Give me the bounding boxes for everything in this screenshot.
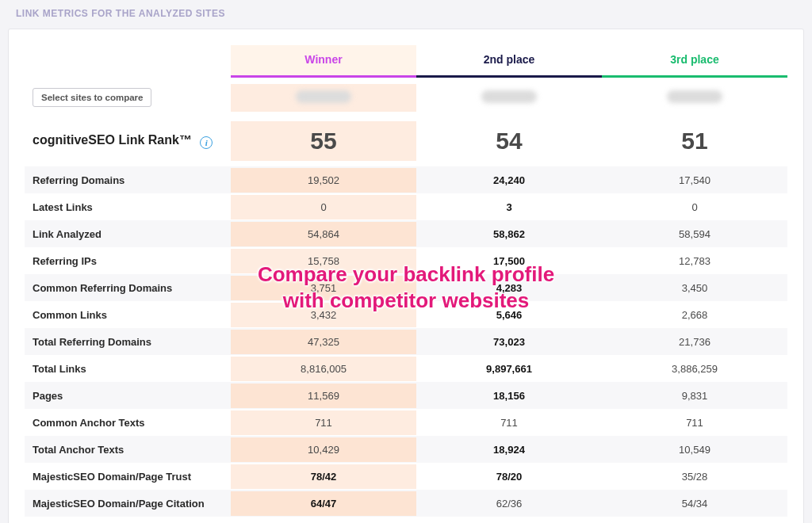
link-rank-row: cognitiveSEO Link Rank™ i 55 54 51	[25, 116, 787, 166]
metric-value-winner: 10,429	[231, 437, 416, 462]
metric-value-second: 711	[416, 410, 602, 435]
site-cell-third	[602, 84, 787, 112]
metrics-card: Winner 2nd place 3rd place Select sites …	[8, 29, 804, 523]
metric-value-winner: 3,751	[231, 276, 416, 300]
metric-value-winner: 15,758	[231, 249, 416, 273]
metric-name: Pages	[25, 384, 231, 408]
table-row: MajesticSEO Domain/Page Citation64/4762/…	[25, 490, 787, 517]
section-title: LINK METRICS FOR THE ANALYZED SITES	[8, 0, 804, 29]
table-row: Total Anchor Texts10,42918,92410,549	[25, 436, 787, 463]
metric-value-winner: 8,816,005	[231, 357, 416, 381]
metrics-table: Select sites to compare cognitiveSEO Lin…	[25, 79, 787, 517]
metric-name: Referring IPs	[25, 249, 231, 273]
rank-value-winner: 55	[231, 121, 416, 161]
table-row: Link Analyzed54,86458,86258,594	[25, 220, 787, 247]
metric-value-third: 711	[602, 410, 787, 435]
metric-value-second: 58,862	[416, 222, 602, 246]
metric-name: Latest Links	[25, 195, 231, 220]
metric-name: Link Analyzed	[25, 222, 231, 246]
metric-name: Common Links	[25, 303, 231, 327]
metric-name: MajesticSEO Domain/Page Trust	[25, 464, 231, 489]
metric-name: MajesticSEO Domain/Page Citation	[25, 491, 231, 516]
blurred-site-winner	[296, 90, 351, 103]
metric-name: Total Links	[25, 357, 231, 381]
metric-value-second: 9,897,661	[416, 357, 602, 381]
table-row: Total Links8,816,0059,897,6613,886,259	[25, 355, 787, 382]
blurred-site-second	[481, 90, 537, 103]
table-row: Referring Domains19,50224,24017,540	[25, 166, 787, 193]
metric-value-winner: 54,864	[231, 222, 416, 246]
metric-value-third: 58,594	[602, 222, 787, 246]
metric-value-second: 62/36	[416, 491, 602, 516]
metric-value-third: 3,886,259	[602, 357, 787, 381]
metric-name: Common Anchor Texts	[25, 410, 231, 435]
table-row: Total Referring Domains47,32573,02321,73…	[25, 328, 787, 355]
metric-name: Common Referring Domains	[25, 276, 231, 300]
metric-value-winner: 78/42	[231, 464, 416, 489]
metric-value-winner: 64/47	[231, 491, 416, 516]
metric-value-second: 24,240	[416, 168, 602, 193]
metric-value-second: 73,023	[416, 330, 602, 354]
site-cell-winner	[231, 84, 416, 112]
metric-value-winner: 47,325	[231, 330, 416, 354]
table-row: Common Links3,4325,6462,668	[25, 301, 787, 328]
metric-value-winner: 3,432	[231, 303, 416, 327]
metric-value-third: 35/28	[602, 464, 787, 489]
table-row: Common Referring Domains3,7514,2833,450	[25, 274, 787, 301]
metric-value-third: 21,736	[602, 330, 787, 354]
metric-value-winner: 711	[231, 410, 416, 435]
column-header-third[interactable]: 3rd place	[602, 45, 787, 78]
table-row: Pages11,56918,1569,831	[25, 382, 787, 409]
metric-value-third: 12,783	[602, 249, 787, 273]
table-row: Referring IPs15,75817,50012,783	[25, 247, 787, 274]
table-row: MajesticSEO Domain/Page Trust78/4278/203…	[25, 463, 787, 490]
link-rank-label: cognitiveSEO Link Rank™	[33, 133, 192, 147]
metric-value-third: 10,549	[602, 437, 787, 462]
metric-value-third: 9,831	[602, 384, 787, 408]
column-headers: Winner 2nd place 3rd place	[231, 45, 787, 78]
metric-value-third: 2,668	[602, 303, 787, 327]
metric-value-second: 18,156	[416, 384, 602, 408]
metric-value-second: 78/20	[416, 464, 602, 489]
rank-value-second: 54	[416, 121, 602, 161]
metric-value-winner: 19,502	[231, 168, 416, 193]
column-header-winner[interactable]: Winner	[231, 45, 416, 78]
info-icon[interactable]: i	[200, 136, 213, 149]
blurred-site-third	[667, 90, 722, 103]
metric-value-second: 17,500	[416, 249, 602, 273]
table-row: Latest Links030	[25, 193, 787, 220]
metric-name: Total Referring Domains	[25, 330, 231, 354]
metric-value-second: 5,646	[416, 303, 602, 327]
site-cell-second	[416, 84, 602, 112]
metric-value-third: 17,540	[602, 168, 787, 193]
metric-value-third: 3,450	[602, 276, 787, 300]
metric-value-second: 4,283	[416, 276, 602, 300]
metric-value-second: 18,924	[416, 437, 602, 462]
metric-name: Referring Domains	[25, 168, 231, 193]
site-row: Select sites to compare	[25, 79, 787, 116]
metric-value-second: 3	[416, 195, 602, 220]
metric-name: Total Anchor Texts	[25, 437, 231, 462]
table-row: Common Anchor Texts711711711	[25, 409, 787, 436]
metric-value-winner: 0	[231, 195, 416, 220]
metric-value-winner: 11,569	[231, 384, 416, 408]
rank-value-third: 51	[602, 121, 787, 161]
select-sites-button[interactable]: Select sites to compare	[33, 88, 151, 107]
metric-value-third: 0	[602, 195, 787, 220]
column-header-second[interactable]: 2nd place	[416, 45, 602, 78]
metric-value-third: 54/34	[602, 491, 787, 516]
